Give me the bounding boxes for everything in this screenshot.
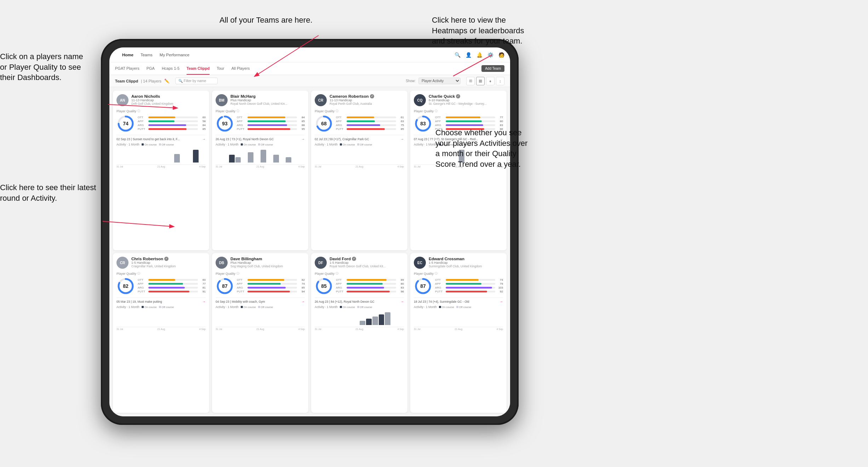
bell-icon[interactable]: 🔔 [476,52,482,58]
nav-icons: 🔍 👤 🔔 ⚙️ 🧑 [455,52,504,58]
quality-info-icon: ⓘ [137,109,140,113]
donut-chart[interactable]: 68 [315,114,333,133]
on-course-legend: On course [241,306,256,309]
quality-row[interactable]: 74 OTT 60 APP 58 ARG [116,114,206,133]
subnav-team-clippd[interactable]: Team Clippd [187,62,210,75]
last-round[interactable]: 02 Jul 23 | 59 (+17), Craigmillar Park G… [315,135,404,141]
show-select[interactable]: Player Activity Quality Score Trend [418,78,461,84]
quality-row[interactable]: 85 OTT 89 APP 80 ARG [315,277,404,295]
donut-chart[interactable]: 93 [216,114,234,133]
last-round-arrow[interactable]: → [301,300,305,303]
stat-value: 77 [497,116,503,119]
annotation-heatmaps: Click here to view theHeatmaps or leader… [432,15,524,46]
player-card[interactable]: CR Chris Robertson ✓ 1-5 Handicap Craigm… [113,253,209,413]
player-card[interactable]: CQ Charlie Quick ✓ 6-10 Handicap St. Geo… [410,91,507,250]
last-round[interactable]: 04 Sep 23 | Mobility with coach, Gym → [216,297,305,303]
subnav-hcaps[interactable]: Hcaps 1-5 [162,62,179,75]
last-round[interactable]: 05 Mar 23 | 19, Must make putting → [116,297,206,303]
chart-bar [142,162,148,163]
player-name[interactable]: Chris Robertson ✓ [131,257,206,261]
donut-chart[interactable]: 82 [116,277,135,295]
last-round[interactable]: 26 Aug 23 | 73 (+1), Royal North Devon G… [216,135,305,141]
stat-bar-wrap [148,124,198,126]
subnav-pgat-players[interactable]: PGAT Players [115,62,139,75]
last-round-arrow[interactable]: → [499,300,503,303]
avatar-icon[interactable]: 🧑 [498,52,504,58]
player-name[interactable]: Cameron Robertson ✓ [330,94,404,98]
stat-value: 84 [298,116,305,119]
grid-2-view[interactable]: ▦ [476,77,485,85]
last-round-arrow[interactable]: → [400,300,404,303]
last-round[interactable]: 26 Aug 23 | 84 (+12), Royal North Devon … [315,297,404,303]
player-handicap: 11-13 Handicap [330,98,404,102]
quality-row[interactable]: 82 OTT 60 APP 77 ARG [116,277,206,295]
edit-icon[interactable]: ✏️ [164,79,170,84]
stat-label: PUTT [336,290,345,293]
player-card[interactable]: CR Cameron Robertson ✓ 11-13 Handicap Ro… [311,91,407,250]
nav-home[interactable]: Home [122,53,133,57]
player-info: Edward Crossman 1-5 Handicap Sunningdale… [429,257,503,268]
nav-teams[interactable]: Teams [141,53,153,57]
stat-label: ARG [138,124,147,127]
stat-row: ARG 75 [336,124,404,127]
stat-label: APP [336,120,345,123]
player-name[interactable]: Charlie Quick ✓ [429,94,503,98]
last-round-arrow[interactable]: → [400,137,404,141]
grid-4-view[interactable]: ⊞ [466,77,475,85]
stat-bar-wrap [148,291,198,292]
donut-chart[interactable]: 74 [116,114,135,133]
last-round[interactable]: 18 Jul 23 | 74 (+4), Sunningdale GC - Ol… [414,297,503,303]
player-name[interactable]: Aaron Nicholls [131,94,206,98]
last-round[interactable]: 02 Sep 23 | Sunset round to get back int… [116,135,206,141]
stat-row: APP 79 [435,282,503,285]
chart-dates: 31 Jul21 Aug4 Sep [116,328,206,330]
filter-view[interactable]: ♦ [486,77,495,85]
stat-bar-wrap [446,124,495,126]
off-course-legend: Off course [456,306,471,309]
chart-bars [116,311,206,325]
quality-row[interactable]: 93 OTT 84 APP 85 ARG [216,114,305,133]
donut-chart[interactable]: 87 [414,277,432,295]
settings-icon[interactable]: ⚙️ [487,52,493,58]
filter-search[interactable]: 🔍 Filter by name [175,78,218,84]
last-round-arrow[interactable]: → [301,137,305,141]
subnav-tour[interactable]: Tour [217,62,224,75]
player-name[interactable]: David Ford ✓ [330,257,404,261]
chart-bar [347,162,353,163]
chart-bar [216,324,222,325]
subnav-all-players[interactable]: All Players [232,62,250,75]
stat-label: ARG [336,124,345,127]
stat-bar-wrap [347,128,396,130]
stat-bar [247,287,286,289]
player-club: Drift Golf Club, United Kingdom [131,102,206,106]
stat-bar [247,120,286,122]
player-card[interactable]: DB Dave Billingham Plus Handicap Sog Mag… [212,253,308,413]
player-score: 82 [123,283,129,289]
donut-chart[interactable]: 85 [315,277,333,295]
player-card[interactable]: DF David Ford ✓ 1-5 Handicap Royal North… [311,253,407,413]
subnav-pga[interactable]: PGA [147,62,155,75]
donut-chart[interactable]: 87 [216,277,234,295]
quality-row[interactable]: 87 OTT 73 APP 79 ARG [414,277,503,295]
chart-bar [136,162,142,163]
nav-my-performance[interactable]: My Performance [160,53,189,57]
add-team-button[interactable]: Add Team [481,65,504,72]
last-round-arrow[interactable]: → [202,300,206,303]
on-course-legend: On course [142,306,157,309]
player-club: Sunningdale Golf Club, United Kingdom [429,264,503,268]
player-card[interactable]: AN Aaron Nicholls 11-13 Handicap Drift G… [113,91,209,250]
chart-bar [465,324,471,325]
search-icon[interactable]: 🔍 [455,52,461,58]
player-name[interactable]: Dave Billingham [230,257,305,261]
quality-row[interactable]: 87 OTT 82 APP 74 ARG [216,277,305,295]
activity-chart [216,311,305,327]
quality-row[interactable]: 68 OTT 61 APP 63 ARG [315,114,404,133]
player-name[interactable]: Edward Crossman [429,257,503,261]
donut-chart[interactable]: 83 [414,114,432,133]
player-name[interactable]: Blair McHarg [230,94,305,98]
player-card[interactable]: EC Edward Crossman 1-5 Handicap Sunningd… [410,253,507,413]
player-card[interactable]: BM Blair McHarg Plus Handicap Royal Nort… [212,91,308,250]
last-round-arrow[interactable]: → [202,137,206,141]
sort-view[interactable]: ↕ [496,77,504,85]
profile-icon[interactable]: 👤 [466,52,472,58]
